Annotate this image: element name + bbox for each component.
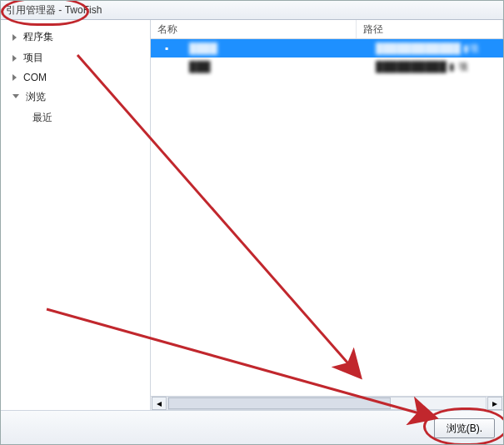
chevron-right-icon: [12, 34, 17, 41]
window-title: 引用管理器 - TwoFish: [6, 4, 102, 16]
sidebar-item-projects[interactable]: 项目: [1, 48, 150, 68]
list-header: 名称 路径: [151, 20, 503, 39]
row-name: ███: [182, 58, 369, 76]
row-path: ████████████ ▮项: [369, 39, 503, 58]
scroll-left-icon[interactable]: ◂: [152, 397, 167, 410]
list-row[interactable]: ▪ ████ ████████████ ▮项: [151, 39, 503, 58]
sidebar-item-label: 最近: [32, 112, 52, 123]
list-row[interactable]: ███ ██████████ ▮ 项: [151, 58, 503, 76]
list-body: ▪ ████ ████████████ ▮项 ███ ██████████ ▮ …: [151, 39, 503, 396]
sidebar-subitem-recent[interactable]: 最近: [1, 108, 150, 128]
main-panel: 名称 路径 ▪ ████ ████████████ ▮项 ███ ███████…: [151, 20, 503, 410]
sidebar: 程序集 项目 COM 浏览 最近: [1, 20, 151, 410]
row-name: ████: [182, 39, 369, 58]
column-header-path[interactable]: 路径: [357, 20, 503, 38]
sidebar-item-browse[interactable]: 浏览: [1, 87, 150, 108]
scroll-thumb[interactable]: [168, 398, 391, 409]
sidebar-item-label: 浏览: [26, 90, 46, 104]
browse-button[interactable]: 浏览(B).: [434, 418, 495, 438]
column-header-name[interactable]: 名称: [151, 20, 357, 38]
dialog-footer: 浏览(B).: [1, 410, 503, 445]
scroll-right-icon[interactable]: ▸: [487, 397, 502, 410]
sidebar-item-com[interactable]: COM: [1, 68, 150, 87]
chevron-right-icon: [12, 74, 17, 81]
row-checkbox[interactable]: [151, 58, 182, 76]
horizontal-scrollbar[interactable]: ◂ ▸: [151, 396, 503, 410]
dialog-body: 程序集 项目 COM 浏览 最近 名称 路径: [1, 20, 503, 410]
chevron-right-icon: [12, 55, 17, 62]
sidebar-item-assemblies[interactable]: 程序集: [1, 27, 150, 48]
reference-manager-window: 引用管理器 - TwoFish 程序集 项目 COM 浏览 最近: [0, 0, 504, 445]
row-checkbox[interactable]: ▪: [151, 39, 182, 58]
scroll-track[interactable]: [167, 397, 487, 410]
sidebar-item-label: 项目: [23, 51, 43, 65]
titlebar[interactable]: 引用管理器 - TwoFish: [1, 1, 503, 20]
sidebar-item-label: COM: [23, 72, 47, 83]
row-path: ██████████ ▮ 项: [369, 58, 503, 76]
sidebar-item-label: 程序集: [23, 30, 53, 44]
chevron-down-icon: [12, 94, 19, 102]
